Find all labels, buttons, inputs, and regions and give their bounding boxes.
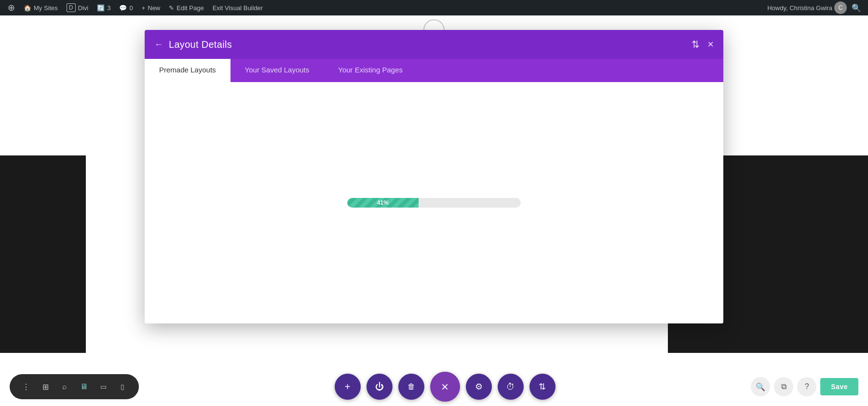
tab-saved-layouts[interactable]: Your Saved Layouts — [231, 59, 324, 82]
help-icon: ? — [805, 382, 809, 391]
search-right-button[interactable]: 🔍 — [751, 377, 770, 396]
toolbar-left: ⋮ ⊞ ⌕ 🖥 ▭ ▯ — [10, 374, 139, 399]
modal-close-button[interactable]: × — [707, 38, 714, 51]
modal-header-right: ⇅ × — [692, 38, 714, 51]
updates-count: 3 — [107, 4, 110, 12]
divi-icon: D — [67, 3, 76, 12]
help-button[interactable]: ? — [797, 377, 816, 396]
trash-icon: 🗑 — [407, 382, 415, 391]
updates-btn[interactable]: 🔄 3 — [93, 0, 114, 15]
progress-container: 41% — [347, 198, 521, 208]
dots-icon: ⋮ — [22, 382, 30, 392]
layout-adjust-button[interactable]: ⇅ — [529, 374, 556, 400]
grid-icon-btn[interactable]: ⊞ — [37, 378, 54, 395]
desktop-icon-btn[interactable]: 🖥 — [75, 378, 93, 395]
settings-button[interactable]: ⚙ — [466, 374, 492, 400]
exit-visual-builder-btn[interactable]: Exit Visual Builder — [209, 0, 267, 15]
admin-search-icon[interactable]: 🔍 — [849, 3, 864, 13]
modal-title: Layout Details — [169, 39, 232, 50]
mobile-icon-btn[interactable]: ▯ — [114, 378, 131, 395]
modal-tabs: Premade Layouts Your Saved Layouts Your … — [145, 59, 723, 82]
edit-icon: ✎ — [169, 4, 174, 12]
modal-back-button[interactable]: ← — [154, 40, 163, 50]
modal-header: ← Layout Details ⇅ × — [145, 30, 723, 59]
wordpress-icon-btn[interactable]: ⊕ — [4, 0, 19, 15]
admin-bar-right: Howdy, Christina Gwira C 🔍 — [767, 1, 864, 14]
progress-bar-track: 41% — [347, 198, 521, 208]
progress-bar-fill: 41% — [347, 198, 419, 208]
layout-details-modal: ← Layout Details ⇅ × Premade Layouts You… — [145, 30, 723, 323]
my-sites-label: My Sites — [34, 4, 58, 12]
toolbar-center: + ⏻ 🗑 × ⚙ ⏱ ⇅ — [335, 372, 556, 402]
layers-icon: ⧉ — [781, 382, 787, 391]
power-icon: ⏻ — [375, 382, 384, 392]
wp-icon: ⊕ — [8, 2, 15, 13]
tab-existing-pages[interactable]: Your Existing Pages — [324, 59, 417, 82]
close-button[interactable]: × — [430, 372, 460, 402]
tab-premade-layouts-label: Premade Layouts — [159, 66, 216, 74]
toolbar-right: 🔍 ⧉ ? Save — [751, 377, 858, 396]
dots-icon-btn[interactable]: ⋮ — [17, 378, 35, 395]
greeting-text: Howdy, Christina Gwira — [767, 4, 832, 12]
avatar[interactable]: C — [834, 1, 847, 14]
layers-button[interactable]: ⧉ — [774, 377, 793, 396]
adjust-icon: ⇅ — [539, 381, 546, 392]
new-btn[interactable]: + New — [138, 0, 164, 15]
new-label: New — [148, 4, 160, 12]
plus-icon: + — [142, 4, 146, 12]
search-icon-btn[interactable]: ⌕ — [56, 378, 73, 395]
history-button[interactable]: ⏱ — [498, 374, 524, 400]
comments-btn[interactable]: 💬 0 — [115, 0, 136, 15]
mobile-icon: ▯ — [121, 383, 124, 391]
modal-adjust-icon[interactable]: ⇅ — [692, 39, 700, 50]
tab-premade-layouts[interactable]: Premade Layouts — [145, 59, 231, 82]
divi-btn[interactable]: D Divi — [63, 0, 92, 15]
admin-bar-left: ⊕ 🏠 My Sites D Divi 🔄 3 💬 0 + New ✎ Edit… — [4, 0, 765, 15]
divi-label: Divi — [78, 4, 89, 12]
modal-overlay: ← Layout Details ⇅ × Premade Layouts You… — [0, 15, 868, 406]
tab-existing-pages-label: Your Existing Pages — [338, 66, 403, 74]
trash-button[interactable]: 🗑 — [398, 374, 424, 400]
close-icon: × — [441, 379, 448, 394]
save-button[interactable]: Save — [820, 378, 858, 395]
search-icon: ⌕ — [62, 382, 67, 391]
tab-saved-layouts-label: Your Saved Layouts — [245, 66, 310, 74]
my-sites-btn[interactable]: 🏠 My Sites — [20, 0, 62, 15]
comments-icon: 💬 — [119, 4, 127, 12]
desktop-icon: 🖥 — [80, 382, 88, 391]
updates-icon: 🔄 — [97, 4, 105, 12]
grid-icon: ⊞ — [42, 382, 49, 392]
tablet-icon-btn[interactable]: ▭ — [95, 378, 112, 395]
tablet-icon: ▭ — [100, 383, 107, 391]
power-button[interactable]: ⏻ — [366, 374, 393, 400]
gear-icon: ⚙ — [475, 381, 483, 392]
plus-icon: + — [345, 381, 351, 392]
exit-vb-label: Exit Visual Builder — [213, 4, 263, 12]
modal-header-left: ← Layout Details — [154, 39, 232, 50]
clock-icon: ⏱ — [506, 382, 515, 392]
modal-body: 41% — [145, 82, 723, 323]
search-right-icon: 🔍 — [756, 382, 765, 392]
admin-bar: ⊕ 🏠 My Sites D Divi 🔄 3 💬 0 + New ✎ Edit… — [0, 0, 868, 15]
comments-count: 0 — [129, 4, 133, 12]
sites-icon: 🏠 — [24, 4, 31, 12]
edit-page-label: Edit Page — [176, 4, 203, 12]
progress-label: 41% — [377, 199, 389, 206]
add-button[interactable]: + — [335, 374, 361, 400]
edit-page-btn[interactable]: ✎ Edit Page — [165, 0, 207, 15]
